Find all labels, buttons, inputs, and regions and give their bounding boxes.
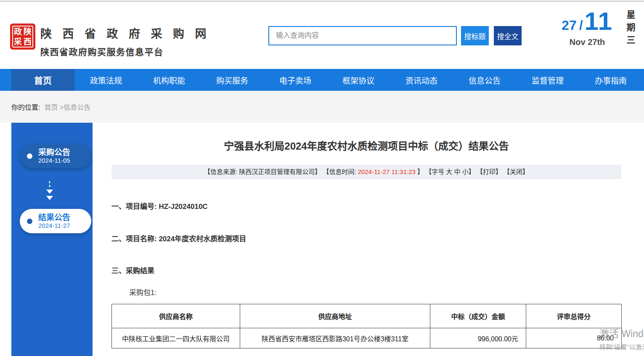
site-header: 政 陕 采 西 陕 西 省 政 府 采 购 网 陕西省政府购买服务信息平台 搜标… (0, 2, 644, 69)
package-label: 采购包1: (129, 287, 621, 297)
article-title: 宁强县水利局2024年度农村水质检测项目中标（成交）结果公告 (111, 138, 621, 153)
table-row: 中陕核工业集团二一四大队有限公司 陕西省西安市雁塔区西影路301号办公楼3楼31… (112, 328, 622, 348)
nav-item-e-marketplace[interactable]: 电子卖场 (264, 69, 327, 91)
site-title: 陕 西 省 政 府 采 购 网 (40, 25, 210, 41)
step-dot-icon (27, 219, 32, 224)
site-logo[interactable]: 政 陕 采 西 (10, 24, 35, 50)
date-weekday: 星期三 (624, 7, 636, 48)
step-date: 2024-11-05 (38, 157, 70, 164)
result-table: 供应商名称 供应商地址 中标（成交）金额 评审总得分 中陕核工业集团二一四大队有… (111, 304, 622, 348)
timeline-step-procurement-notice[interactable]: 采购公告 2024-11-05 (20, 144, 91, 168)
logo-char: 西 (23, 37, 32, 47)
site-titles: 陕 西 省 政 府 采 购 网 陕西省政府购买服务信息平台 (40, 25, 210, 58)
timeline-step-result-notice[interactable]: 结果公告 2024-11-27 (20, 209, 91, 233)
seal-icon: 政 陕 采 西 (12, 26, 33, 47)
print-button[interactable]: 【打印】 (477, 168, 502, 175)
step-title: 采购公告 (38, 148, 70, 157)
header-award-amount: 中标（成交）金额 (430, 304, 526, 328)
breadcrumb-label: 你的位置: (11, 102, 40, 112)
cell-award-amount: 996,000.00元 (430, 328, 526, 348)
section-project-name: 二、项目名称: 2024年度农村水质检测项目 (111, 233, 621, 243)
nav-item-home[interactable]: 首页 (11, 69, 74, 91)
article-meta-bar: 【信息来源: 陕西汉正项目管理有限公司】 【信息时间: 2024-11-27 1… (111, 165, 621, 179)
step-dot-icon (27, 153, 32, 159)
font-size-control[interactable]: 【字号 大 中 小】 (425, 168, 475, 175)
close-button[interactable]: 【关闭】 (504, 168, 529, 175)
search-bar: 搜标题 搜全文 (268, 26, 522, 45)
table-header-row: 供应商名称 供应商地址 中标（成交）金额 评审总得分 (112, 304, 622, 328)
main-nav: 首页 政策法规 机构职能 购买服务 电子卖场 框架协议 资讯动态 信息公告 监督… (0, 69, 644, 91)
cell-supplier-name: 中陕核工业集团二一四大队有限公司 (112, 328, 240, 348)
search-fulltext-button[interactable]: 搜全文 (494, 26, 522, 45)
search-title-button[interactable]: 搜标题 (461, 26, 489, 45)
header-review-score: 评审总得分 (526, 304, 622, 328)
nav-item-service-guide[interactable]: 办事指南 (579, 69, 642, 91)
nav-item-framework-agreements[interactable]: 框架协议 (327, 69, 390, 91)
header-supplier-address: 供应商地址 (240, 304, 430, 328)
date-day: 27 (562, 18, 577, 33)
cell-supplier-address: 陕西省西安市雁塔区西影路301号办公楼3楼311室 (240, 328, 430, 348)
header-supplier-name: 供应商名称 (112, 304, 240, 328)
main-content: 采购公告 2024-11-05 结果公告 2024-11-27 宁强县水利局20… (0, 123, 644, 356)
logo-char: 政 (13, 26, 23, 37)
step-title: 结果公告 (38, 213, 70, 222)
nav-item-purchase-services[interactable]: 购买服务 (201, 69, 264, 91)
date-numeric: 27 / 11 (562, 7, 613, 36)
breadcrumb: 你的位置: 首页 >信息公告 (0, 91, 644, 123)
meta-time-prefix: 【信息时间: (323, 168, 358, 175)
arrow-down-icon (45, 181, 54, 204)
nav-item-announcements[interactable]: 信息公告 (453, 69, 516, 91)
meta-time-suffix: 】 (416, 168, 424, 175)
cell-review-score: 86.00 (526, 328, 622, 348)
section-result-heading: 三、采购结果 (111, 265, 621, 275)
article: 宁强县水利局2024年度农村水质检测项目中标（成交）结果公告 【信息来源: 陕西… (111, 123, 621, 348)
meta-source: 【信息来源: 陕西汉正项目管理有限公司】 (204, 168, 321, 175)
date-widget: 27 / 11 Nov 27th 星期三 (562, 7, 636, 48)
nav-item-functions[interactable]: 机构职能 (138, 69, 201, 91)
site-subtitle: 陕西省政府购买服务信息平台 (40, 45, 210, 58)
breadcrumb-path[interactable]: 首页 >信息公告 (44, 102, 90, 112)
step-date: 2024-11-27 (38, 222, 70, 229)
date-month: 11 (585, 7, 613, 36)
logo-char: 采 (13, 37, 23, 47)
nav-item-supervision[interactable]: 监督管理 (516, 69, 579, 91)
logo-char: 陕 (23, 26, 32, 37)
date-separator: / (579, 18, 583, 33)
section-project-number: 一、项目编号: HZ-J2024010C (111, 200, 621, 211)
date-english: Nov 27th (562, 37, 613, 47)
meta-time-value: 2024-11-27 11:31:23 (358, 168, 416, 175)
search-input[interactable] (268, 26, 457, 45)
nav-item-news[interactable]: 资讯动态 (390, 69, 453, 91)
nav-item-policies[interactable]: 政策法规 (74, 69, 138, 91)
